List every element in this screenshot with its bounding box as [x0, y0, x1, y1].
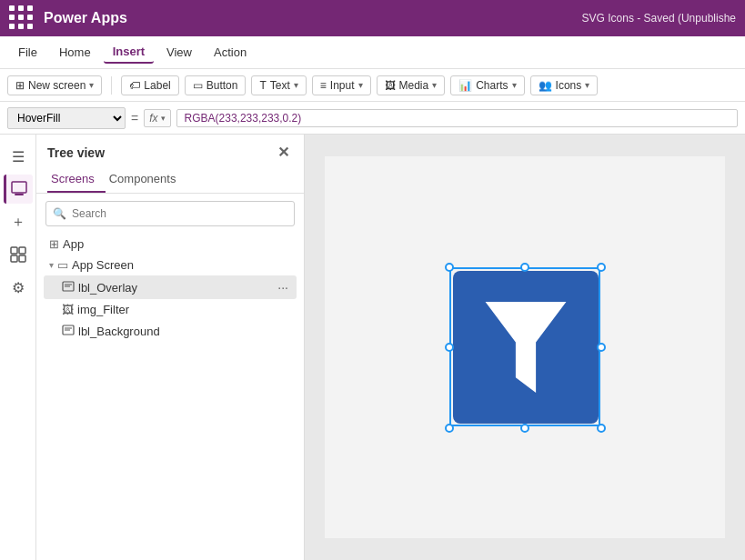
menu-view[interactable]: View [157, 42, 201, 63]
svg-rect-5 [19, 255, 25, 262]
label-item-icon [62, 280, 75, 295]
media-button[interactable]: 🖼 Media ▾ [377, 75, 446, 95]
menu-file[interactable]: File [9, 42, 46, 63]
tree-panel: Tree view ✕ Screens Components 🔍 ⊞ App ▾… [36, 135, 305, 560]
add-button[interactable]: ＋ [4, 207, 33, 236]
menubar: File Home Insert View Action [0, 36, 745, 69]
svg-rect-0 [12, 182, 26, 193]
handle-top-left[interactable] [445, 263, 454, 272]
text-button[interactable]: T Text ▾ [251, 75, 306, 95]
label-icon: 🏷 [129, 79, 140, 92]
saved-status: SVG Icons - Saved (Unpublishe [582, 12, 736, 25]
app-label: App [63, 237, 84, 251]
canvas-inner [325, 156, 725, 538]
toolbar-separator-1 [111, 76, 112, 95]
app-title: Power Apps [44, 10, 127, 26]
text-chevron: ▾ [294, 80, 298, 90]
tree-lbl-background-item[interactable]: lbl_Background [44, 320, 297, 343]
menu-home[interactable]: Home [50, 42, 100, 63]
text-icon: T [259, 79, 266, 92]
appscreen-label: App Screen [72, 258, 134, 272]
image-item-icon: 🖼 [62, 303, 74, 316]
charts-chevron: ▾ [512, 80, 517, 90]
filter-icon-bg [453, 271, 599, 424]
tree-close-button[interactable]: ✕ [274, 142, 293, 163]
svg-rect-1 [15, 194, 24, 195]
tab-screens[interactable]: Screens [47, 166, 106, 193]
main-layout: ☰ ＋ ⚙ Tree view ✕ Screens Components [0, 135, 745, 560]
tab-components[interactable]: Components [106, 166, 187, 193]
canvas-area[interactable] [305, 135, 745, 560]
svg-rect-4 [11, 255, 17, 262]
handle-mid-right[interactable] [597, 343, 606, 352]
handle-bot-right[interactable] [597, 424, 606, 433]
screens-button[interactable] [4, 175, 33, 204]
media-icon: 🖼 [385, 79, 396, 92]
button-icon: ▭ [193, 79, 203, 92]
tree-app-item[interactable]: ⊞ App [44, 234, 297, 255]
input-chevron: ▾ [358, 80, 363, 90]
svg-rect-2 [11, 247, 17, 254]
new-screen-chevron: ▾ [89, 80, 94, 90]
formula-value[interactable]: RGBA(233,233,233,0.2) [176, 109, 738, 127]
filter-svg [485, 302, 567, 393]
components-button[interactable] [4, 240, 33, 269]
svg-rect-3 [19, 247, 25, 254]
tree-title: Tree view [47, 145, 105, 160]
fx-chevron: ▾ [161, 114, 166, 123]
new-screen-icon: ⊞ [15, 79, 25, 92]
lbl-background-label: lbl_Background [78, 325, 160, 338]
settings-button[interactable]: ⚙ [4, 273, 33, 302]
handle-top-mid[interactable] [520, 263, 529, 272]
handle-top-right[interactable] [597, 263, 606, 272]
svg-marker-12 [485, 302, 566, 393]
label-button[interactable]: 🏷 Label [121, 75, 178, 95]
screens-icon [11, 181, 27, 197]
tree-header: Tree view ✕ [36, 135, 304, 166]
handle-bot-left[interactable] [445, 424, 454, 433]
app-icon: ⊞ [49, 237, 59, 251]
tree-search: 🔍 [45, 201, 295, 226]
equals-sign: = [131, 111, 138, 125]
handle-mid-left[interactable] [445, 343, 454, 352]
appscreen-chevron: ▾ [49, 260, 54, 270]
search-input[interactable] [45, 201, 295, 226]
toolbar: ⊞ New screen ▾ 🏷 Label ▭ Button T Text ▾… [0, 69, 745, 102]
button-button[interactable]: ▭ Button [185, 75, 247, 95]
left-sidebar: ☰ ＋ ⚙ [0, 135, 36, 560]
search-icon: 🔍 [53, 207, 66, 220]
media-chevron: ▾ [432, 80, 437, 90]
input-button[interactable]: ≡ Input ▾ [312, 75, 371, 95]
topbar: Power Apps SVG Icons - Saved (Unpublishe [0, 0, 745, 36]
charts-button[interactable]: 📊 Charts ▾ [450, 75, 524, 95]
menu-insert[interactable]: Insert [104, 41, 154, 64]
input-icon: ≡ [320, 79, 327, 92]
tree-lbl-overlay-item[interactable]: lbl_Overlay ··· [44, 275, 297, 299]
icons-chevron: ▾ [585, 80, 589, 90]
formulabar: HoverFill = fx ▾ RGBA(233,233,233,0.2) [0, 102, 745, 135]
charts-icon: 📊 [458, 79, 472, 92]
fx-button[interactable]: fx ▾ [144, 109, 170, 127]
tree-img-filter-item[interactable]: 🖼 img_Filter [44, 299, 297, 320]
components-icon [10, 246, 26, 263]
icons-icon: 👥 [539, 79, 552, 92]
handle-bot-mid[interactable] [520, 424, 529, 433]
screen-icon: ▭ [57, 258, 68, 272]
filter-icon-container[interactable] [446, 264, 605, 432]
more-options-button[interactable]: ··· [275, 279, 291, 295]
tree-appscreen-item[interactable]: ▾ ▭ App Screen [44, 255, 297, 275]
property-dropdown[interactable]: HoverFill [7, 107, 126, 129]
tree-tabs: Screens Components [36, 166, 304, 194]
menu-action[interactable]: Action [205, 42, 256, 63]
lbl-overlay-label: lbl_Overlay [78, 281, 137, 295]
apps-grid-icon[interactable] [9, 5, 35, 31]
icons-button[interactable]: 👥 Icons ▾ [530, 75, 599, 95]
img-filter-label: img_Filter [77, 303, 129, 316]
new-screen-button[interactable]: ⊞ New screen ▾ [7, 75, 102, 95]
hamburger-button[interactable]: ☰ [4, 142, 33, 171]
label-bg-icon [62, 324, 75, 339]
tree-items: ⊞ App ▾ ▭ App Screen lbl_Overlay [36, 234, 304, 560]
